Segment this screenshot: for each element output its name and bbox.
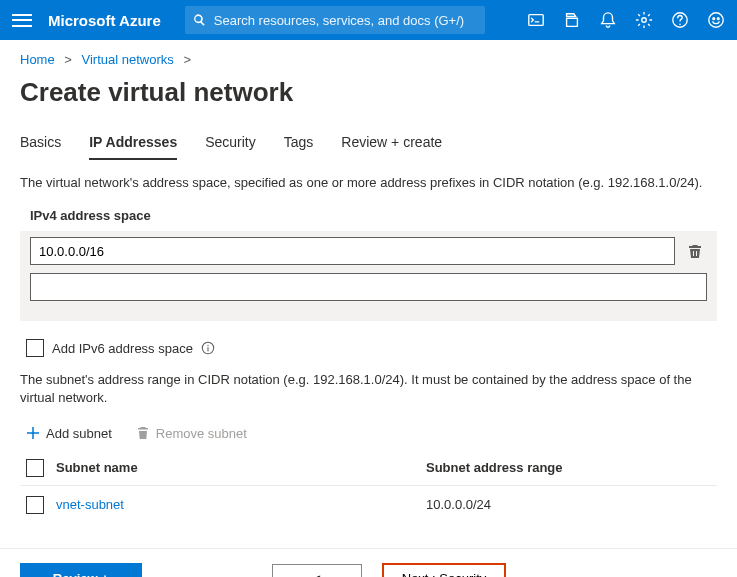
subnet-row-checkbox[interactable] bbox=[26, 496, 44, 514]
subnet-range-value: 10.0.0.0/24 bbox=[426, 497, 711, 512]
help-icon[interactable] bbox=[671, 11, 689, 29]
svg-point-3 bbox=[709, 13, 723, 27]
delete-address-button[interactable] bbox=[683, 239, 707, 263]
search-input[interactable] bbox=[214, 13, 477, 28]
svg-rect-0 bbox=[529, 15, 543, 26]
search-icon bbox=[193, 13, 206, 27]
directories-icon[interactable] bbox=[563, 11, 581, 29]
settings-icon[interactable] bbox=[635, 11, 653, 29]
remove-subnet-label: Remove subnet bbox=[156, 426, 247, 441]
breadcrumb-vnets[interactable]: Virtual networks bbox=[82, 52, 174, 67]
chevron-right-icon: > bbox=[183, 52, 191, 67]
tab-tags[interactable]: Tags bbox=[284, 126, 314, 160]
select-all-checkbox[interactable] bbox=[26, 459, 44, 477]
ipv4-description: The virtual network's address space, spe… bbox=[20, 174, 717, 192]
info-icon[interactable] bbox=[201, 341, 215, 355]
ipv4-address-block bbox=[20, 231, 717, 321]
previous-button[interactable]: < Previous bbox=[272, 564, 363, 577]
add-subnet-label: Add subnet bbox=[46, 426, 112, 441]
tab-security[interactable]: Security bbox=[205, 126, 256, 160]
review-create-button[interactable]: Review + create bbox=[20, 563, 142, 577]
brand-label: Microsoft Azure bbox=[48, 12, 161, 29]
global-search[interactable] bbox=[185, 6, 485, 34]
breadcrumb-home[interactable]: Home bbox=[20, 52, 55, 67]
tab-basics[interactable]: Basics bbox=[20, 126, 61, 160]
col-subnet-range: Subnet address range bbox=[426, 460, 711, 475]
notifications-icon[interactable] bbox=[599, 11, 617, 29]
svg-point-1 bbox=[642, 18, 647, 23]
tab-ip-addresses[interactable]: IP Addresses bbox=[89, 126, 177, 160]
plus-icon bbox=[26, 426, 40, 440]
feedback-icon[interactable] bbox=[707, 11, 725, 29]
chevron-right-icon: > bbox=[64, 52, 72, 67]
subnet-name-link[interactable]: vnet-subnet bbox=[56, 497, 124, 512]
page-title: Create virtual network bbox=[0, 71, 737, 126]
next-security-button[interactable]: Next : Security > bbox=[382, 563, 506, 577]
cloud-shell-icon[interactable] bbox=[527, 11, 545, 29]
add-subnet-button[interactable]: Add subnet bbox=[26, 426, 112, 441]
wizard-tabs: Basics IP Addresses Security Tags Review… bbox=[0, 126, 737, 160]
col-subnet-name: Subnet name bbox=[56, 460, 426, 475]
ipv4-address-input-1[interactable] bbox=[30, 273, 707, 301]
subnet-table: Subnet name Subnet address range vnet-su… bbox=[20, 451, 717, 524]
ipv4-label: IPv4 address space bbox=[30, 208, 717, 223]
trash-icon bbox=[136, 426, 150, 440]
menu-icon[interactable] bbox=[12, 10, 32, 30]
azure-topbar: Microsoft Azure bbox=[0, 0, 737, 40]
subnet-row: vnet-subnet 10.0.0.0/24 bbox=[20, 486, 717, 524]
trash-icon bbox=[687, 243, 703, 259]
breadcrumb: Home > Virtual networks > bbox=[0, 40, 737, 71]
ipv4-address-input-0[interactable] bbox=[30, 237, 675, 265]
ipv6-checkbox[interactable] bbox=[26, 339, 44, 357]
wizard-footer: Review + create < Previous Next : Securi… bbox=[0, 548, 737, 577]
remove-subnet-button: Remove subnet bbox=[136, 426, 247, 441]
tab-review[interactable]: Review + create bbox=[341, 126, 442, 160]
subnet-description: The subnet's address range in CIDR notat… bbox=[20, 371, 717, 407]
ipv6-label: Add IPv6 address space bbox=[52, 341, 193, 356]
